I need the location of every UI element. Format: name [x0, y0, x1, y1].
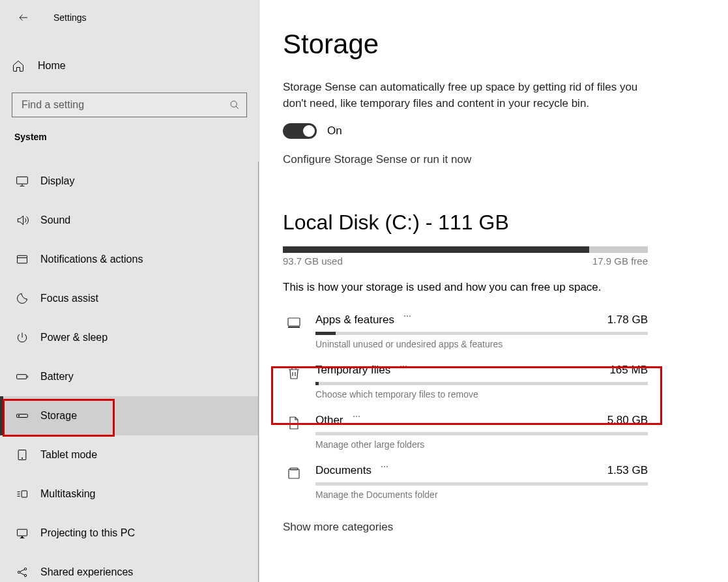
sidebar-item-label: Tablet mode [40, 449, 97, 461]
category-bar [315, 482, 648, 486]
svg-point-0 [231, 101, 237, 107]
svg-rect-3 [17, 375, 27, 379]
svg-rect-8 [22, 491, 27, 497]
disk-heading: Local Disk (C:) - 111 GB [283, 211, 705, 235]
sidebar-item-label: Notifications & actions [40, 254, 143, 265]
sidebar-item-storage[interactable]: Storage [0, 396, 258, 435]
category-sub: Manage other large folders [315, 439, 648, 450]
category-docs[interactable]: Documents1.53 GBManage the Documents fol… [283, 456, 648, 506]
tablet-icon [14, 448, 30, 461]
main-content: Storage Storage Sense can automatically … [259, 0, 728, 582]
sidebar-item-label: Battery [40, 371, 74, 383]
svg-rect-2 [18, 255, 27, 263]
storage-sense-toggle[interactable] [283, 123, 317, 139]
configure-link[interactable]: Configure Storage Sense or run it now [283, 153, 705, 166]
category-bar [315, 332, 648, 335]
category-other[interactable]: Other5.80 GBManage other large folders [283, 406, 648, 456]
loading-icon [381, 467, 391, 474]
sidebar-item-tablet[interactable]: Tablet mode [0, 435, 258, 474]
svg-rect-13 [288, 318, 300, 326]
sidebar-item-label: Multitasking [40, 488, 95, 500]
sidebar-item-label: Shared experiences [40, 566, 133, 578]
svg-point-7 [22, 458, 22, 458]
svg-rect-9 [18, 529, 27, 536]
sidebar-item-battery[interactable]: Battery [0, 357, 258, 396]
search-box[interactable] [12, 93, 247, 117]
category-apps[interactable]: Apps & features1.78 GBUninstall unused o… [283, 306, 648, 356]
svg-rect-14 [289, 469, 299, 478]
projecting-icon [14, 527, 30, 540]
storage-icon [14, 409, 30, 422]
category-bar [315, 432, 648, 435]
multitasking-icon [14, 487, 30, 501]
sidebar-item-label: Focus assist [40, 293, 98, 304]
usage-description: This is how your storage is used and how… [283, 281, 705, 294]
search-icon [229, 100, 240, 110]
sidebar-item-label: Storage [40, 410, 77, 422]
sidebar-item-label: Display [40, 175, 74, 187]
sidebar-item-notifications[interactable]: Notifications & actions [0, 240, 258, 279]
home-nav[interactable]: Home [0, 51, 259, 81]
apps-icon [283, 313, 305, 330]
category-title: Apps & features [315, 313, 394, 327]
toggle-label: On [327, 124, 342, 138]
loading-icon [353, 417, 363, 424]
sidebar-item-label: Power & sleep [40, 332, 108, 343]
home-icon [12, 59, 27, 72]
category-title: Documents [315, 464, 371, 477]
sidebar-item-shared[interactable]: Shared experiences [0, 553, 258, 582]
back-button[interactable] [12, 6, 35, 29]
show-more-link[interactable]: Show more categories [283, 521, 705, 534]
sidebar-item-power[interactable]: Power & sleep [0, 318, 258, 357]
disk-free-label: 17.9 GB free [592, 255, 648, 267]
app-title: Settings [53, 12, 87, 23]
battery-icon [14, 370, 30, 383]
disk-used-label: 93.7 GB used [283, 255, 343, 267]
category-sub: Choose which temporary files to remove [315, 389, 648, 400]
storage-sense-description: Storage Sense can automatically free up … [283, 80, 648, 111]
page-title: Storage [283, 29, 705, 60]
loading-icon [403, 317, 414, 323]
category-sub: Manage the Documents folder [315, 489, 648, 500]
sidebar-item-focus[interactable]: Focus assist [0, 279, 258, 318]
sidebar: Settings Home System DisplaySoundNotific… [0, 0, 259, 582]
loading-icon [400, 367, 410, 373]
power-icon [14, 331, 30, 344]
sidebar-item-label: Projecting to this PC [40, 527, 135, 539]
display-icon [14, 175, 30, 188]
sidebar-item-label: Sound [40, 214, 70, 226]
category-bar [315, 382, 648, 385]
category-sub: Uninstall unused or undesired apps & fea… [315, 339, 648, 349]
svg-point-11 [24, 568, 26, 570]
category-size: 1.53 GB [607, 464, 648, 477]
other-icon [283, 414, 305, 431]
sidebar-item-multitasking[interactable]: Multitasking [0, 474, 258, 514]
sound-icon [14, 214, 30, 227]
category-size: 1.78 GB [607, 313, 648, 327]
disk-usage-bar [283, 246, 648, 253]
category-temp[interactable]: Temporary files165 MBChoose which tempor… [283, 356, 648, 406]
category-title: Other [315, 414, 343, 427]
notifications-icon [14, 253, 30, 266]
focus-icon [14, 292, 30, 305]
sidebar-item-projecting[interactable]: Projecting to this PC [0, 514, 258, 553]
svg-point-5 [18, 415, 20, 416]
category-size: 165 MB [609, 364, 648, 377]
docs-icon [283, 464, 305, 481]
section-label: System [0, 117, 259, 146]
category-title: Temporary files [315, 364, 390, 377]
home-label: Home [38, 60, 66, 72]
svg-point-10 [18, 571, 20, 573]
search-input[interactable] [20, 98, 229, 111]
temp-icon [283, 364, 305, 381]
sidebar-item-sound[interactable]: Sound [0, 201, 258, 240]
svg-rect-1 [17, 177, 28, 184]
category-size: 5.80 GB [607, 414, 648, 427]
sidebar-item-display[interactable]: Display [0, 162, 258, 201]
shared-icon [14, 566, 30, 579]
svg-point-12 [24, 574, 26, 576]
